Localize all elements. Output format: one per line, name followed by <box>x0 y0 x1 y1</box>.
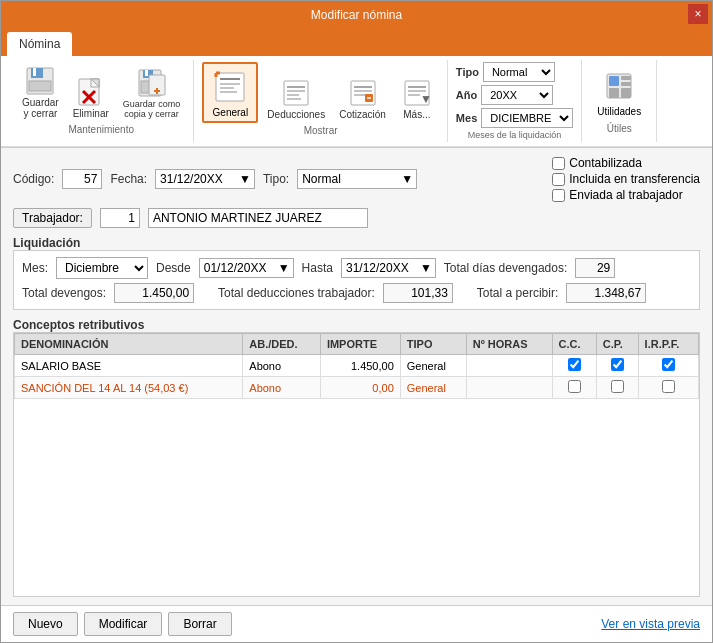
cell-cc[interactable] <box>552 377 596 399</box>
col-horas: Nº HORAS <box>466 334 552 355</box>
cell-irpf[interactable] <box>638 377 698 399</box>
cell-cc[interactable] <box>552 355 596 377</box>
window-title: Modificar nómina <box>311 8 402 22</box>
cell-tipo: General <box>400 377 466 399</box>
dias-label: Total días devengados: <box>444 261 567 275</box>
table-row[interactable]: SANCIÓN DEL 14 AL 14 (54,03 €)Abono0,00G… <box>15 377 699 399</box>
save-close-button[interactable]: Guardary cerrar <box>17 62 64 122</box>
mantenimiento-buttons: Guardary cerrar Eliminar <box>17 62 185 122</box>
fecha-dropdown-button[interactable]: ▼ <box>236 172 254 186</box>
fecha-input[interactable] <box>156 170 236 188</box>
main-content: Código: Fecha: ▼ Tipo: ▼ Contabilizada I… <box>1 148 712 605</box>
cotizacion-label: Cotización <box>339 109 386 120</box>
deducciones-button[interactable]: Deducciones <box>262 74 330 123</box>
tipo-select[interactable]: Normal Extra <box>483 62 555 82</box>
nuevo-button[interactable]: Nuevo <box>13 612 78 636</box>
close-button[interactable]: × <box>688 4 708 24</box>
cell-irpf[interactable] <box>638 355 698 377</box>
svg-rect-42 <box>621 82 631 86</box>
ribbon: Nómina Guardary cer <box>1 28 712 148</box>
cell-cc-checkbox[interactable] <box>568 358 581 371</box>
cell-irpf-checkbox[interactable] <box>662 380 675 393</box>
contabilizada-row: Contabilizada <box>552 156 700 170</box>
trabajador-name-input[interactable] <box>148 208 368 228</box>
cell-importe: 0,00 <box>320 377 400 399</box>
general-button[interactable]: General <box>202 62 258 123</box>
delete-icon <box>75 76 107 108</box>
hasta-input[interactable] <box>342 259 417 277</box>
deducciones-icon <box>280 77 312 109</box>
hasta-field: ▼ <box>341 258 436 278</box>
liquidacion-title: Liquidación <box>13 236 700 250</box>
transferencia-check[interactable] <box>552 173 565 186</box>
svg-rect-43 <box>609 88 619 98</box>
mostrar-group-label: Mostrar <box>304 125 338 136</box>
liquidacion-box: Mes: Diciembre Desde ▼ Hasta ▼ <box>13 250 700 310</box>
codigo-label: Código: <box>13 172 54 186</box>
tipo-field: Tipo Normal Extra <box>456 62 573 82</box>
modificar-button[interactable]: Modificar <box>84 612 163 636</box>
meses-group-label: Meses de la liquidación <box>468 130 562 140</box>
cotizacion-button[interactable]: Cotización <box>334 74 391 123</box>
anio-field-label: Año <box>456 89 477 101</box>
cell-cc-checkbox[interactable] <box>568 380 581 393</box>
utilidades-button[interactable]: Utilidades <box>590 62 648 121</box>
vista-previa-link[interactable]: Ver en vista previa <box>601 617 700 631</box>
mes-liq-label: Mes: <box>22 261 48 275</box>
mes-select[interactable]: DICIEMBRE <box>481 108 573 128</box>
fecha-label: Fecha: <box>110 172 147 186</box>
mas-label: Más... <box>403 109 430 120</box>
mes-liq-select[interactable]: Diciembre <box>57 258 147 278</box>
cell-cp[interactable] <box>596 355 638 377</box>
cell-tipo: General <box>400 355 466 377</box>
cotizacion-icon <box>347 77 379 109</box>
cell-importe: 1.450,00 <box>320 355 400 377</box>
desde-dropdown-button[interactable]: ▼ <box>275 261 293 275</box>
borrar-button[interactable]: Borrar <box>168 612 231 636</box>
cell-cp-checkbox[interactable] <box>611 380 624 393</box>
desde-field: ▼ <box>199 258 294 278</box>
utilidades-icon <box>599 66 639 106</box>
desde-label: Desde <box>156 261 191 275</box>
enviada-check[interactable] <box>552 189 565 202</box>
table-header-row: DENOMINACIÓN AB./DED. IMPORTE TIPO Nº HO… <box>15 334 699 355</box>
liq-row-1: Mes: Diciembre Desde ▼ Hasta ▼ <box>22 257 691 279</box>
tipo-form-dropdown-button[interactable]: ▼ <box>398 172 416 186</box>
total-devengos-input <box>114 283 194 303</box>
ribbon-group-mostrar: General Deducciones <box>194 60 448 142</box>
tipo-form-input[interactable] <box>298 170 398 188</box>
cell-irpf-checkbox[interactable] <box>662 358 675 371</box>
total-percibir-label: Total a percibir: <box>477 286 558 300</box>
table-head: DENOMINACIÓN AB./DED. IMPORTE TIPO Nº HO… <box>15 334 699 355</box>
tab-nomina[interactable]: Nómina <box>7 32 72 56</box>
trabajador-button[interactable]: Trabajador: <box>13 208 92 228</box>
hasta-dropdown-button[interactable]: ▼ <box>417 261 435 275</box>
cell-horas <box>466 355 552 377</box>
mas-button[interactable]: ▼ Más... <box>395 74 439 123</box>
cell-cp[interactable] <box>596 377 638 399</box>
svg-rect-41 <box>621 76 631 80</box>
svg-rect-2 <box>33 68 36 76</box>
codigo-input[interactable] <box>62 169 102 189</box>
conceptos-table-container: DENOMINACIÓN AB./DED. IMPORTE TIPO Nº HO… <box>13 332 700 597</box>
delete-button[interactable]: Eliminar <box>68 73 114 122</box>
general-icon <box>210 67 250 107</box>
total-devengos-label: Total devengos: <box>22 286 106 300</box>
trabajador-id-input[interactable] <box>100 208 140 228</box>
hasta-label: Hasta <box>302 261 333 275</box>
cell-cp-checkbox[interactable] <box>611 358 624 371</box>
total-deducciones-input <box>383 283 453 303</box>
trabajador-form-row: Trabajador: <box>13 208 700 228</box>
svg-rect-11 <box>145 70 148 76</box>
save-copy-icon <box>136 67 168 99</box>
utilidades-label: Utilidades <box>597 106 641 117</box>
table-row[interactable]: SALARIO BASEAbono1.450,00General <box>15 355 699 377</box>
save-copy-button[interactable]: Guardar comocopia y cerrar <box>118 64 186 122</box>
anio-select[interactable]: 20XX <box>481 85 553 105</box>
desde-input[interactable] <box>200 259 275 277</box>
enviada-row: Enviada al trabajador <box>552 188 700 202</box>
conceptos-section: Conceptos retributivos DENOMINACIÓN AB./… <box>13 316 700 597</box>
fecha-field: ▼ <box>155 169 255 189</box>
contabilizada-check[interactable] <box>552 157 565 170</box>
col-ab-ded: AB./DED. <box>243 334 321 355</box>
